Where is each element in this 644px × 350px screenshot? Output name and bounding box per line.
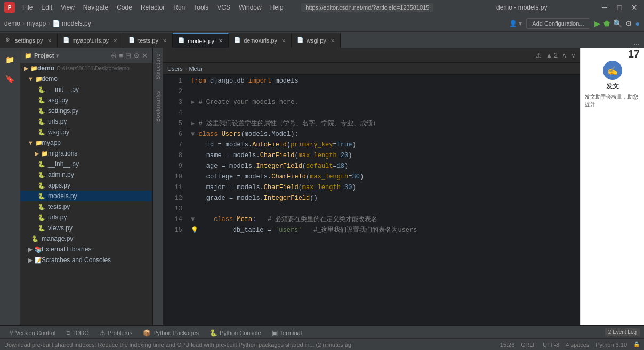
- tree-myapp-urls[interactable]: 🐍 urls.py: [20, 212, 152, 223]
- maximize-button[interactable]: □: [614, 3, 625, 12]
- btab-python-packages-label: Python Packages: [153, 330, 199, 336]
- tab-close-tests[interactable]: ✕: [163, 38, 167, 44]
- tree-models-py[interactable]: 🐍 models.py: [20, 191, 152, 201]
- menu-vcs[interactable]: VCS: [214, 3, 234, 12]
- btab-version-control[interactable]: ⑂ Version Control: [4, 327, 61, 338]
- tab-tests-py[interactable]: 📄 tests.py ✕: [123, 33, 173, 48]
- breadcrumb-myapp[interactable]: myapp: [27, 20, 46, 27]
- debug-icon[interactable]: ⬟: [603, 19, 610, 28]
- btab-problems[interactable]: ⚠ Problems: [94, 327, 138, 338]
- statusbar-python-version[interactable]: Python 3.10: [595, 341, 627, 348]
- tab-icon-myapp-urls: 📄: [63, 37, 70, 44]
- menu-navigate[interactable]: Navigate: [80, 3, 111, 12]
- minimize-button[interactable]: ─: [599, 3, 610, 12]
- tab-models-py[interactable]: 📄 models.py ✕: [173, 33, 229, 48]
- tab-close-settings[interactable]: ✕: [47, 38, 52, 44]
- btab-terminal[interactable]: ▣ Terminal: [267, 327, 308, 338]
- menu-view[interactable]: View: [58, 3, 78, 12]
- breadcrumb-demo[interactable]: demo: [4, 20, 20, 27]
- menu-help[interactable]: Help: [267, 3, 287, 12]
- code-line-1: from django.db import models: [191, 76, 576, 86]
- statusbar-indent[interactable]: 4 spaces: [566, 341, 589, 348]
- sidebar-locate-icon[interactable]: ⊕: [111, 52, 117, 60]
- tree-external-libs[interactable]: ▶ 📚 External Libraries: [20, 244, 152, 255]
- tree-apps-py[interactable]: 🐍 apps.py: [20, 180, 152, 191]
- warning-down-btn[interactable]: ∨: [571, 52, 576, 59]
- menu-run[interactable]: Run: [170, 3, 188, 12]
- menu-file[interactable]: File: [19, 3, 36, 12]
- tree-folder-demo[interactable]: ▼ 📁 demo: [20, 74, 152, 84]
- btab-todo[interactable]: ≡ TODO: [61, 327, 94, 338]
- run-icon[interactable]: ▶: [594, 19, 600, 28]
- menu-bar: File Edit View Navigate Code Refactor Ru…: [19, 3, 286, 12]
- tree-init-py[interactable]: 🐍 __init__.py: [20, 84, 152, 95]
- bookmarks-tab[interactable]: Bookmarks: [154, 85, 163, 127]
- tree-folder-myapp[interactable]: ▼ 📁 myapp: [20, 137, 152, 148]
- tree-urls-py[interactable]: 🐍 urls.py: [20, 116, 152, 127]
- sidebar-settings-icon[interactable]: ⚙: [133, 52, 140, 60]
- menu-refactor[interactable]: Refactor: [138, 3, 168, 12]
- close-button[interactable]: ✕: [629, 3, 640, 12]
- btab-vc-label: Version Control: [15, 330, 55, 336]
- warning-up-btn[interactable]: ∧: [562, 52, 567, 59]
- tab-demo-urls-py[interactable]: 📄 demo\urls.py ✕: [229, 33, 292, 48]
- tree-settings-py[interactable]: 🐍 settings.py: [20, 105, 152, 116]
- tree-root[interactable]: ▶ 📁 demo C:\Users\86181\Desktop\demo: [20, 63, 152, 74]
- editor-content: 12345 678910 1112131415 from django.db i…: [163, 75, 580, 325]
- sidebar-close-icon[interactable]: ✕: [142, 52, 148, 60]
- tab-close-demo-urls[interactable]: ✕: [281, 38, 286, 44]
- menu-edit[interactable]: Edit: [38, 3, 55, 12]
- tab-close-models[interactable]: ✕: [219, 38, 223, 44]
- statusbar-line-ending[interactable]: CRLF: [521, 341, 536, 348]
- statusbar-lock-icon: 🔒: [633, 341, 640, 347]
- breadcrumb-file[interactable]: 📄 models.py: [52, 20, 91, 27]
- chat-desc: 发文助手会核量，助您提升: [585, 93, 640, 108]
- search-icon[interactable]: 🔍: [613, 19, 622, 28]
- sidebar-collapse-icon[interactable]: ⊟: [125, 52, 131, 60]
- sidebar-title: 📁 Project ▾: [25, 52, 59, 59]
- tree-manage-py[interactable]: 🐍 manage.py: [20, 233, 152, 244]
- tab-myapp-urls-py[interactable]: 📄 myapp\urls.py ✕: [58, 33, 123, 48]
- tab-close-myapp-urls[interactable]: ✕: [113, 38, 117, 44]
- event-log-button[interactable]: 2 Event Log: [605, 328, 640, 336]
- tab-settings-py[interactable]: ⚙ settings.py ✕: [0, 33, 58, 48]
- btab-python-packages[interactable]: 📦 Python Packages: [138, 327, 204, 338]
- menu-tools[interactable]: Tools: [190, 3, 212, 12]
- profile-icon[interactable]: ●: [635, 19, 640, 28]
- tab-wsgi-py[interactable]: 📄 wsgi.py ✕: [292, 33, 341, 48]
- tree-wsgi-py[interactable]: 🐍 wsgi.py: [20, 127, 152, 137]
- sidebar-dropdown-icon[interactable]: ▾: [56, 53, 59, 59]
- tab-close-wsgi[interactable]: ✕: [331, 38, 335, 44]
- settings-icon[interactable]: ⚙: [625, 19, 632, 28]
- tab-icon-models: 📄: [178, 37, 186, 45]
- menu-code[interactable]: Code: [114, 3, 135, 12]
- structure-tab[interactable]: Structure: [154, 48, 163, 85]
- tree-tests-py[interactable]: 🐍 tests.py: [20, 201, 152, 212]
- code-crumb-meta[interactable]: Meta: [189, 66, 202, 72]
- terminal-icon: ▣: [272, 329, 278, 337]
- url-bar[interactable]: https://editor.csdn.net/md/?articleId=12…: [301, 3, 433, 12]
- add-configuration-button[interactable]: Add Configuration...: [526, 18, 590, 29]
- tree-admin-py[interactable]: 🐍 admin.py: [20, 169, 152, 180]
- code-crumb-users[interactable]: Users: [167, 66, 183, 72]
- tree-scratches[interactable]: ▶ 📝 Scratches and Consoles: [20, 255, 152, 265]
- code-editor[interactable]: from django.db import models ▶ # Create …: [187, 75, 580, 325]
- tree-views-py[interactable]: 🐍 views.py: [20, 223, 152, 233]
- main-area: 📁 🔖 📁 Project ▾ ⊕ ≡ ⊟ ⚙ ✕ ▶ 📁 demo: [0, 48, 644, 325]
- breadcrumb-sep1: ›: [22, 20, 25, 27]
- menu-window[interactable]: Window: [236, 3, 265, 12]
- user-icon[interactable]: 👤 ▾: [509, 20, 522, 27]
- myapp-init-icon: 🐍: [37, 160, 46, 168]
- sidebar-expand-icon[interactable]: ≡: [119, 52, 123, 60]
- page-number: 17: [628, 48, 640, 60]
- tabs-overflow-button[interactable]: ⋯: [629, 40, 644, 48]
- tree-myapp-init[interactable]: 🐍 __init__.py: [20, 159, 152, 169]
- btab-problems-label: Problems: [108, 330, 132, 336]
- settings-py-icon: 🐍: [37, 107, 46, 115]
- sidebar-bookmark-icon[interactable]: 🔖: [3, 71, 18, 86]
- statusbar-encoding[interactable]: UTF-8: [543, 341, 559, 348]
- sidebar-project-icon[interactable]: 📁: [3, 52, 18, 67]
- tree-migrations[interactable]: ▶ 📁 migrations: [20, 148, 152, 159]
- btab-python-console[interactable]: 🐍 Python Console: [204, 327, 267, 338]
- tree-asgi-py[interactable]: 🐍 asgi.py: [20, 95, 152, 105]
